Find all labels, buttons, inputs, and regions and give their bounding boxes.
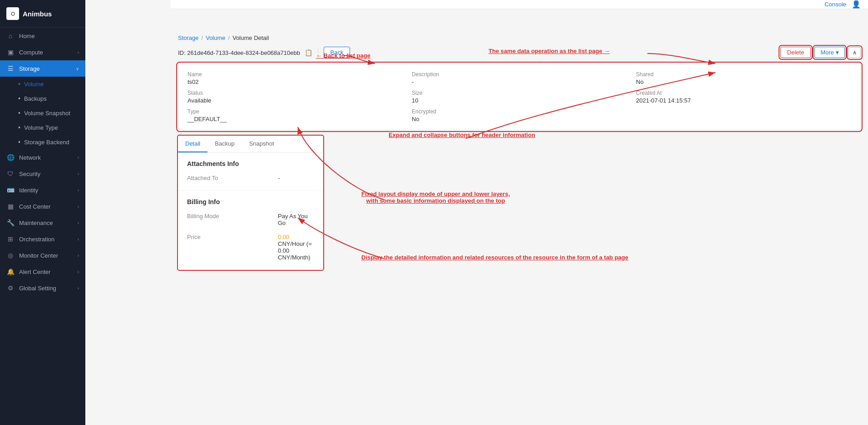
cost-center-icon: ▦ [6, 203, 15, 210]
attachments-section: Attachments Info Attached To - [178, 153, 323, 191]
info-size: Size 10 [412, 90, 627, 104]
annotation-tab-display: Display the detailed information and rel… [361, 254, 628, 261]
monitor-icon: ◎ [6, 252, 15, 259]
sidebar-item-maintenance[interactable]: 🔧 Maintenance › [0, 215, 85, 231]
info-status: Status Available [187, 90, 403, 104]
topbar: Console 👤 [171, 0, 868, 9]
sidebar-item-label: Security [19, 171, 78, 177]
logo-icon: ⬡ [6, 7, 19, 20]
price-unit: CNY/Hour (= 0.00 CNY/Month) [278, 240, 312, 261]
breadcrumb-storage[interactable]: Storage [178, 34, 199, 41]
sidebar-item-identity[interactable]: 🪪 Identity › [0, 182, 85, 198]
sidebar-item-label: Network [19, 154, 78, 161]
detail-panel: Detail Backup Snapshot Attachments Info … [178, 136, 323, 270]
divider [318, 48, 318, 57]
tab-backup[interactable]: Backup [207, 136, 242, 152]
chevron-icon: › [78, 204, 79, 209]
attached-to-label: Attached To [187, 173, 278, 183]
resource-id-label: ID: 261de46d-7133-4dee-8324-be068a710ebb… [178, 49, 312, 56]
copy-icon[interactable]: 📋 [305, 49, 312, 56]
info-shared: Shared No [636, 71, 851, 85]
info-encrypted: Encrypted No [412, 108, 627, 122]
sidebar-item-network[interactable]: 🌐 Network › [0, 149, 85, 166]
sidebar-sub-item-volume-type[interactable]: Volume Type [0, 120, 85, 135]
chevron-icon: › [78, 237, 79, 242]
orchestration-icon: ⊞ [6, 235, 15, 243]
sidebar-item-security[interactable]: 🛡 Security › [0, 166, 85, 182]
chevron-icon: › [78, 269, 79, 274]
chevron-icon: › [78, 155, 79, 160]
sub-item-label: Volume Type [24, 124, 58, 131]
attached-to-value: - [278, 173, 314, 183]
sidebar-item-label: Identity [19, 187, 78, 194]
attachments-title: Attachments Info [187, 160, 314, 167]
id-value: 261de46d-7133-4dee-8324-be068a710ebb [187, 49, 300, 56]
header-actions: Delete More ▾ ∧ [780, 47, 861, 58]
sidebar-sub-item-storage-backend[interactable]: Storage Backend [0, 135, 85, 149]
info-card: Name ts02 Description - Shared No Status… [178, 64, 861, 130]
more-button[interactable]: More ▾ [814, 47, 845, 58]
tab-snapshot[interactable]: Snapshot [242, 136, 281, 152]
sidebar-item-label: Maintenance [19, 220, 78, 226]
sidebar-item-label: Home [19, 33, 79, 39]
sidebar-item-home[interactable]: ⌂ Home [0, 28, 85, 44]
breadcrumb: Storage / Volume / Volume Detail [178, 34, 861, 41]
chevron-icon: › [78, 50, 79, 55]
storage-icon: ☰ [6, 65, 15, 72]
sidebar-item-label: Orchestration [19, 236, 78, 243]
chevron-icon: › [78, 171, 79, 176]
sidebar-item-label: Alert Center [19, 269, 78, 275]
annotation-expand-collapse: Expand and collapse buttons for header i… [389, 132, 535, 138]
sidebar-item-label: Global Setting [19, 285, 78, 292]
sidebar-item-cost-center[interactable]: ▦ Cost Center › [0, 198, 85, 215]
chevron-icon: › [78, 220, 79, 225]
logo: ⬡ Animbus [0, 0, 85, 28]
maintenance-icon: 🔧 [6, 219, 15, 226]
chevron-icon: ∨ [76, 66, 79, 71]
sub-item-label: Volume Snapshot [24, 110, 70, 117]
sub-item-label: Volume [24, 81, 44, 88]
info-description: Description - [412, 71, 627, 85]
tabs-bar: Detail Backup Snapshot [178, 136, 323, 153]
network-icon: 🌐 [6, 154, 15, 161]
price-number: 0.00 [278, 234, 289, 240]
breadcrumb-current: Volume Detail [232, 34, 269, 41]
sub-item-label: Backups [24, 95, 47, 102]
user-icon[interactable]: 👤 [852, 0, 861, 9]
sidebar-item-label: Monitor Center [19, 252, 78, 259]
sub-item-label: Storage Backend [24, 139, 69, 146]
sidebar-item-monitor-center[interactable]: ◎ Monitor Center › [0, 247, 85, 264]
collapse-button[interactable]: ∧ [848, 47, 861, 58]
console-link[interactable]: Console [824, 1, 846, 8]
back-button[interactable]: Back [324, 47, 350, 58]
identity-icon: 🪪 [6, 186, 15, 194]
info-type: Type __DEFAULT__ [187, 108, 403, 122]
security-icon: 🛡 [6, 170, 15, 177]
sidebar-sub-item-volume[interactable]: Volume [0, 77, 85, 91]
breadcrumb-volume[interactable]: Volume [206, 34, 225, 41]
sidebar-item-compute[interactable]: ▣ Compute › [0, 44, 85, 60]
tab-detail[interactable]: Detail [178, 136, 207, 152]
sidebar-sub-item-volume-snapshot[interactable]: Volume Snapshot [0, 106, 85, 120]
sidebar-item-label: Cost Center [19, 203, 78, 210]
sidebar-item-global-setting[interactable]: ⚙ Global Setting › [0, 280, 85, 296]
sidebar-item-label: Compute [19, 49, 78, 56]
settings-icon: ⚙ [6, 284, 15, 292]
sidebar-item-orchestration[interactable]: ⊞ Orchestration › [0, 231, 85, 247]
id-prefix: ID: [178, 49, 186, 56]
chevron-icon: › [78, 188, 79, 193]
delete-button[interactable]: Delete [780, 47, 811, 58]
chevron-down-icon: ▾ [836, 49, 839, 56]
billing-mode-value: Pay As You Go [278, 211, 314, 228]
annotation-fixed-layout: Fixed layout display mode of upper and l… [361, 191, 510, 204]
chevron-icon: › [78, 286, 79, 291]
sidebar-item-storage[interactable]: ☰ Storage ∨ [0, 60, 85, 77]
price-label: Price [187, 232, 278, 263]
sidebar-sub-item-backups[interactable]: Backups [0, 91, 85, 106]
home-icon: ⌂ [6, 32, 15, 39]
info-created-at: Created At 2021-07-01 14:15:57 [636, 90, 851, 104]
chevron-icon: › [78, 253, 79, 258]
billing-mode-label: Billing Mode [187, 211, 278, 228]
info-name: Name ts02 [187, 71, 403, 85]
sidebar-item-alert-center[interactable]: 🔔 Alert Center › [0, 264, 85, 280]
